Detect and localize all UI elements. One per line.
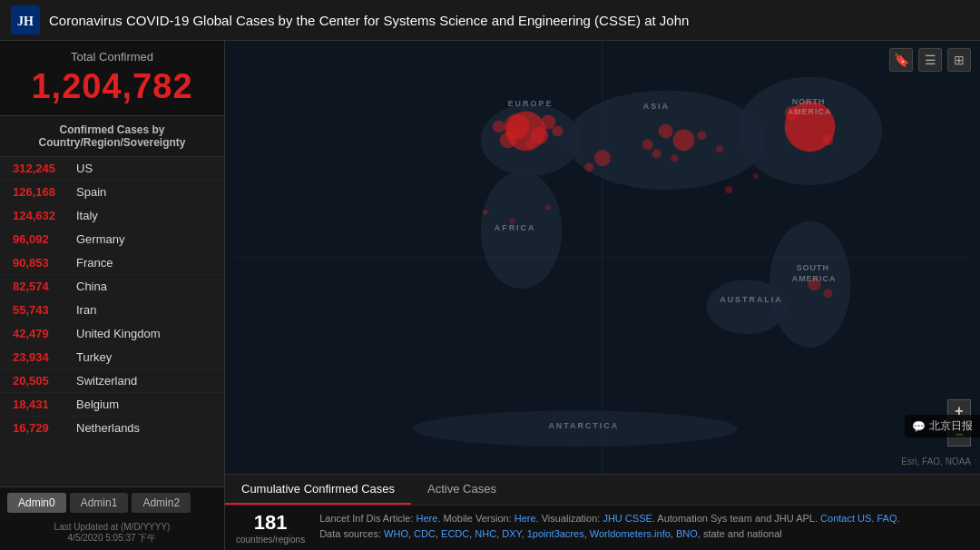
country-count: 124,632 — [13, 209, 76, 222]
svg-point-18 — [493, 120, 505, 133]
country-count: 42,479 — [13, 327, 76, 340]
total-confirmed-label: Total Confirmed — [13, 50, 211, 64]
ecdc-link[interactable]: ECDC — [441, 528, 469, 539]
country-name: Spain — [76, 185, 106, 199]
cdc-link[interactable]: CDC — [414, 528, 436, 539]
wechat-label: 北京日报 — [929, 418, 973, 434]
countries-number: 181 — [236, 511, 305, 535]
jhu-csse-link[interactable]: JHU CSSE — [603, 513, 652, 524]
svg-point-37 — [753, 173, 759, 179]
svg-text:AMERICA: AMERICA — [788, 107, 832, 116]
who-link[interactable]: WHO — [384, 528, 408, 539]
svg-point-19 — [526, 140, 535, 149]
tab-active[interactable]: Active Cases — [411, 475, 513, 505]
svg-point-32 — [594, 150, 611, 166]
svg-point-21 — [659, 123, 673, 138]
bottom-tabs: Cumulative Confirmed Cases Active Cases — [225, 474, 980, 505]
country-count: 23,934 — [13, 350, 76, 364]
header: JH Coronavirus COVID-19 Global Cases by … — [0, 0, 980, 41]
svg-point-31 — [823, 289, 832, 298]
page-title: Coronavirus COVID-19 Global Cases by the… — [49, 13, 689, 28]
svg-point-26 — [671, 154, 679, 162]
list-item[interactable]: 96,092Germany — [0, 228, 224, 251]
svg-point-33 — [584, 162, 593, 172]
dxy-link[interactable]: DXY — [502, 528, 521, 539]
list-item[interactable]: 42,479United Kingdom — [0, 322, 224, 346]
svg-text:JH: JH — [17, 15, 34, 28]
map-icons: 🔖 ☰ ⊞ — [889, 48, 971, 72]
admin-tab-admin1[interactable]: Admin1 — [70, 493, 129, 513]
map-area: EUROPE ASIA AFRICA AUSTRALIA ANTARCTICA … — [225, 41, 980, 550]
list-item[interactable]: 124,632Italy — [0, 204, 224, 228]
bottom-info: 181 countries/regions Lancet Inf Dis Art… — [225, 505, 980, 550]
country-name: France — [76, 256, 113, 270]
nhc-link[interactable]: NHC — [475, 528, 496, 539]
country-list[interactable]: 312,245US126,168Spain124,632Italy96,092G… — [0, 157, 224, 486]
svg-point-38 — [725, 186, 732, 193]
list-icon[interactable]: ☰ — [918, 48, 942, 72]
svg-point-16 — [500, 132, 516, 148]
svg-point-36 — [545, 205, 551, 211]
svg-text:AFRICA: AFRICA — [495, 223, 536, 232]
list-item[interactable]: 126,168Spain — [0, 181, 224, 204]
wechat-icon: 💬 — [912, 420, 926, 433]
country-name: Belgium — [76, 398, 119, 411]
wechat-badge: 💬 北京日报 — [905, 415, 980, 437]
countries-label: countries/regions — [236, 535, 305, 545]
country-count: 82,574 — [13, 280, 76, 293]
list-item[interactable]: 55,743Iran — [0, 299, 224, 322]
country-name: Germany — [76, 232, 124, 246]
list-item[interactable]: 20,505Switzerland — [0, 369, 224, 393]
world-map-svg: EUROPE ASIA AFRICA AUSTRALIA ANTARCTICA … — [225, 41, 980, 474]
country-name: US — [76, 162, 93, 175]
list-item[interactable]: 23,934Turkey — [0, 346, 224, 369]
map-container[interactable]: EUROPE ASIA AFRICA AUSTRALIA ANTARCTICA … — [225, 41, 980, 474]
country-name: Turkey — [76, 350, 112, 364]
bno-link[interactable]: BNO — [676, 528, 698, 539]
svg-text:AMERICA: AMERICA — [792, 274, 837, 283]
total-confirmed-box: Total Confirmed 1,204,782 — [0, 41, 224, 116]
countries-count-box: 181 countries/regions — [236, 511, 305, 545]
mobile-link[interactable]: Here — [514, 513, 536, 524]
info-text: Lancet Inf Dis Article: Here. Mobile Ver… — [319, 511, 969, 541]
country-count: 96,092 — [13, 232, 76, 246]
map-background: EUROPE ASIA AFRICA AUSTRALIA ANTARCTICA … — [225, 41, 980, 474]
country-count: 16,729 — [13, 421, 76, 435]
country-name: Switzerland — [76, 374, 137, 388]
list-item[interactable]: 82,574China — [0, 275, 224, 299]
svg-point-25 — [652, 149, 662, 158]
contact-link[interactable]: Contact US — [820, 513, 871, 524]
main-layout: Total Confirmed 1,204,782 Confirmed Case… — [0, 41, 980, 550]
svg-text:ANTARCTICA: ANTARCTICA — [548, 421, 619, 430]
country-name: China — [76, 280, 107, 293]
svg-point-22 — [642, 139, 653, 150]
country-count: 90,853 — [13, 256, 76, 270]
jhu-logo: JH — [11, 5, 40, 34]
1p3a-link[interactable]: 1point3acres — [527, 528, 584, 539]
info-line1: Lancet Inf Dis Article: Here. Mobile Ver… — [319, 511, 969, 526]
country-name: Italy — [76, 209, 98, 222]
admin-tab-admin2[interactable]: Admin2 — [132, 493, 191, 513]
svg-point-29 — [822, 134, 833, 145]
last-updated: Last Updated at (M/D/YYYY) 4/5/2020 5:05… — [0, 518, 224, 550]
faq-link[interactable]: FAQ — [877, 513, 897, 524]
total-confirmed-number: 1,204,782 — [13, 67, 211, 106]
list-item[interactable]: 312,245US — [0, 157, 224, 181]
country-count: 126,168 — [13, 185, 76, 199]
grid-icon[interactable]: ⊞ — [947, 48, 971, 72]
map-attribution: Esri, FAO, NOAA — [901, 457, 971, 467]
lancet-link[interactable]: Here — [416, 513, 438, 524]
admin-tab-admin0[interactable]: Admin0 — [7, 493, 66, 513]
list-item[interactable]: 16,729Netherlands — [0, 417, 224, 440]
svg-text:EUROPE: EUROPE — [508, 99, 554, 108]
worldometers-link[interactable]: Worldometers.info — [590, 528, 671, 539]
country-count: 312,245 — [13, 162, 76, 175]
svg-point-15 — [541, 114, 555, 129]
svg-point-24 — [716, 145, 723, 152]
country-name: United Kingdom — [76, 327, 161, 340]
tab-cumulative[interactable]: Cumulative Confirmed Cases — [225, 475, 411, 505]
country-count: 55,743 — [13, 303, 76, 317]
bookmark-icon[interactable]: 🔖 — [889, 48, 913, 72]
list-item[interactable]: 90,853France — [0, 251, 224, 275]
list-item[interactable]: 18,431Belgium — [0, 393, 224, 417]
